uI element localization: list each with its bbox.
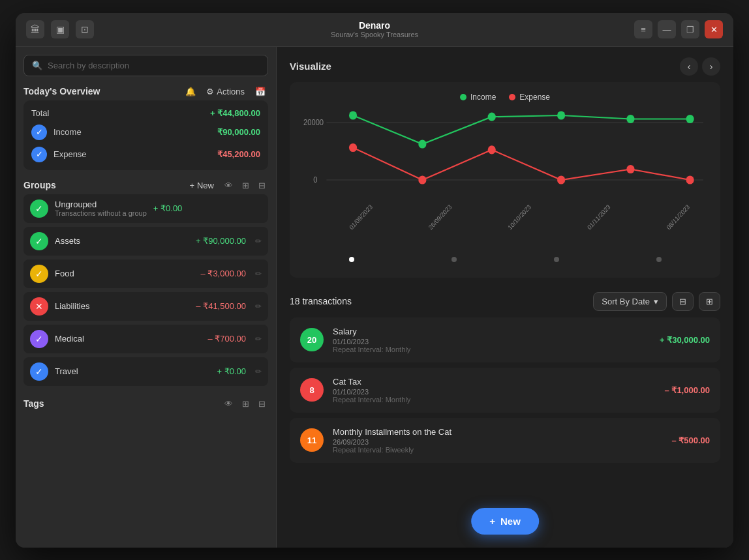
sort-label: Sort By Date: [602, 297, 650, 306]
calendar-icon-button[interactable]: 📅: [252, 85, 268, 98]
tx-badge-installments: 11: [300, 428, 324, 452]
group-item-travel[interactable]: ✓ Travel + ₹0.00 ✏: [23, 357, 268, 386]
grid-icon-button[interactable]: ⊞: [239, 179, 252, 192]
tags-actions: 👁 ⊞ ⊟: [222, 398, 268, 410]
chart-dot-1[interactable]: [349, 257, 354, 262]
tx-amount-installments: – ₹500.00: [671, 435, 710, 445]
tx-info-installments: Monthly Installments on the Cat 26/09/20…: [333, 427, 662, 454]
group-item-food[interactable]: ✓ Food – ₹3,000.00 ✏: [23, 259, 268, 288]
transaction-item-installments[interactable]: 11 Monthly Installments on the Cat 26/09…: [290, 418, 720, 463]
split-icon[interactable]: ⊡: [76, 20, 94, 38]
menu-button[interactable]: ≡: [634, 20, 652, 38]
chart-dot-4[interactable]: [656, 257, 662, 262]
group-dot-ungrouped: ✓: [30, 199, 48, 218]
tx-info-salary: Salary 01/10/2023 Repeat Interval: Month…: [333, 327, 650, 353]
actions-button[interactable]: ⚙ Actions: [202, 85, 249, 98]
svg-text:20000: 20000: [303, 117, 324, 126]
group-amount-medical: – ₹700.00: [207, 334, 246, 344]
tags-header: Tags 👁 ⊞ ⊟: [23, 395, 268, 413]
edit-icon-medical[interactable]: ✏: [255, 334, 262, 344]
tx-amount-cattax: – ₹1,000.00: [665, 385, 710, 395]
income-check[interactable]: ✓: [31, 125, 47, 140]
edit-icon-travel[interactable]: ✏: [255, 367, 262, 376]
chart-next-button[interactable]: ›: [702, 57, 720, 76]
transaction-item-cattax[interactable]: 8 Cat Tax 01/10/2023 Repeat Interval: Mo…: [290, 368, 720, 413]
tags-eye-button[interactable]: 👁: [222, 398, 236, 410]
group-item-medical[interactable]: ✓ Medical – ₹700.00 ✏: [23, 325, 268, 353]
overview-section: Today's Overview 🔔 ⚙ Actions 📅 Total + ₹…: [23, 83, 268, 170]
minimize-button[interactable]: —: [658, 20, 676, 38]
transactions-count: 18 transactions: [290, 296, 352, 306]
titlebar-icons: 🏛 ▣ ⊡: [26, 20, 94, 38]
visualize-title: Visualize: [290, 61, 331, 72]
eye-slash-icon-button[interactable]: 👁: [222, 179, 236, 192]
filter-cols-button[interactable]: ⊞: [699, 292, 720, 311]
tx-badge-salary: 20: [300, 328, 324, 351]
filter-rows-icon: ⊟: [679, 297, 686, 306]
fab-container: + New: [471, 508, 539, 535]
chart-nav: ‹ ›: [680, 57, 720, 76]
tx-info-cattax: Cat Tax 01/10/2023 Repeat Interval: Mont…: [333, 377, 656, 404]
group-item-liabilities[interactable]: ✕ Liabilities – ₹41,500.00 ✏: [23, 292, 268, 321]
filter-rows-button[interactable]: ⊟: [672, 292, 694, 311]
group-item-assets[interactable]: ✓ Assets + ₹90,000.00 ✏: [23, 227, 268, 256]
ungroup-icon-button[interactable]: ⊟: [256, 179, 268, 192]
svg-point-15: [686, 175, 694, 184]
tx-date-installments: 26/09/2023: [333, 438, 662, 446]
group-item-ungrouped[interactable]: ✓ Ungrouped Transactions without a group…: [23, 194, 268, 223]
fab-new-label: New: [500, 516, 521, 527]
search-bar[interactable]: 🔍: [23, 55, 268, 76]
group-name-assets: Assets: [55, 236, 189, 246]
bank-icon[interactable]: 🏛: [26, 20, 44, 38]
groups-new-button[interactable]: + New: [185, 179, 218, 192]
income-legend-dot: [460, 94, 466, 100]
tx-amount-salary: + ₹30,000.00: [660, 335, 710, 345]
svg-text:08/11/2023: 08/11/2023: [665, 203, 691, 231]
tags-title: Tags: [23, 398, 217, 409]
sort-button[interactable]: Sort By Date ▾: [593, 292, 667, 311]
titlebar: 🏛 ▣ ⊡ Denaro Sourav's Spooky Treasures ≡…: [16, 13, 733, 47]
main-content: Visualize ‹ › Income Expense: [277, 47, 733, 548]
chart-svg-wrapper: 20000 0: [300, 108, 710, 252]
edit-icon-liabilities[interactable]: ✏: [255, 302, 262, 311]
chevron-down-icon: ▾: [654, 297, 658, 306]
overview-actions: 🔔 ⚙ Actions 📅: [183, 85, 268, 98]
transactions-controls: Sort By Date ▾ ⊟ ⊞: [593, 292, 720, 311]
search-input[interactable]: [48, 61, 260, 70]
edit-icon-assets[interactable]: ✏: [255, 237, 262, 246]
chart-dot-2[interactable]: [451, 257, 457, 262]
group-dot-medical: ✓: [30, 330, 48, 348]
transactions-section: 18 transactions Sort By Date ▾ ⊟ ⊞: [277, 284, 733, 548]
visualize-header: Visualize ‹ ›: [290, 57, 720, 76]
overview-header: Today's Overview 🔔 ⚙ Actions 📅: [23, 83, 268, 100]
chart-container: Income Expense 20000: [290, 82, 720, 278]
expense-check[interactable]: ✓: [31, 147, 47, 162]
chart-pagination: [300, 257, 710, 262]
groups-section: Groups + New 👁 ⊞ ⊟ ✓: [23, 177, 268, 386]
svg-text:10/10/2023: 10/10/2023: [506, 203, 532, 231]
tx-name-cattax: Cat Tax: [333, 377, 656, 387]
close-button[interactable]: ✕: [705, 20, 723, 38]
tags-grid-button[interactable]: ⊞: [239, 398, 252, 410]
new-transaction-button[interactable]: + New: [471, 508, 539, 535]
legend-income: Income: [460, 93, 496, 102]
legend-expense: Expense: [509, 93, 550, 102]
group-dot-food: ✓: [30, 265, 48, 283]
chart-prev-button[interactable]: ‹: [680, 57, 698, 76]
overview-title: Today's Overview: [23, 86, 177, 96]
layout-icon[interactable]: ▣: [51, 20, 69, 38]
edit-icon-food[interactable]: ✏: [255, 269, 262, 278]
group-name-medical: Medical: [55, 334, 201, 344]
tags-ungroup-button[interactable]: ⊟: [256, 398, 268, 410]
chart-dot-3[interactable]: [554, 257, 559, 262]
transaction-item-salary[interactable]: 20 Salary 01/10/2023 Repeat Interval: Mo…: [290, 317, 720, 362]
sidebar: 🔍 Today's Overview 🔔 ⚙ Actions 📅 Total: [16, 47, 277, 548]
income-item: ✓ Income: [31, 125, 82, 140]
income-value: ₹90,000.00: [217, 127, 260, 137]
svg-point-5: [418, 140, 426, 148]
total-row: Total + ₹44,800.00: [31, 108, 260, 118]
group-amount-travel: + ₹0.00: [217, 366, 246, 376]
app-window: 🏛 ▣ ⊡ Denaro Sourav's Spooky Treasures ≡…: [16, 13, 733, 548]
maximize-button[interactable]: ❐: [681, 20, 699, 38]
bell-button[interactable]: 🔔: [183, 85, 198, 98]
